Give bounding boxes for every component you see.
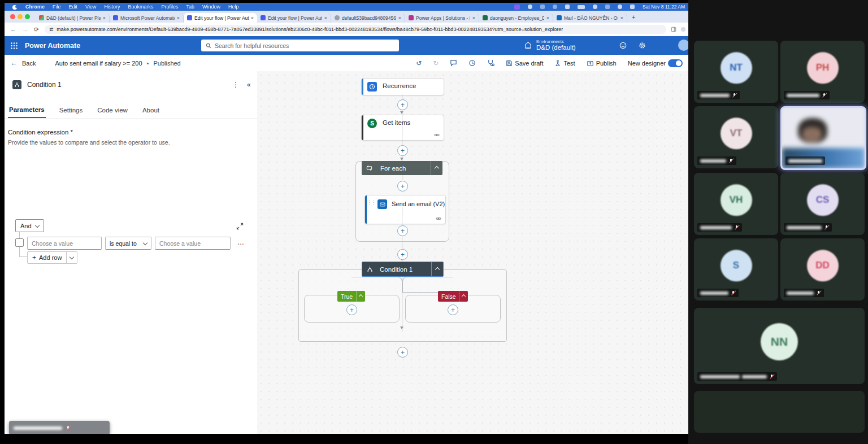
apple-icon[interactable] [12, 4, 18, 10]
input-source-icon[interactable] [514, 5, 520, 10]
insert-step-button[interactable]: + [397, 347, 408, 358]
browser-tab[interactable]: Power Apps | Solutions - P..× [405, 13, 479, 23]
battery-icon[interactable] [578, 5, 585, 9]
row-checkbox[interactable] [15, 238, 24, 247]
app-title[interactable]: Power Automate [25, 42, 80, 50]
participant-tile[interactable]: NT [694, 41, 778, 103]
account-avatar[interactable] [678, 40, 688, 51]
participant-tile[interactable]: CS [780, 173, 865, 235]
status-icon[interactable] [553, 5, 557, 9]
status-icon[interactable] [565, 5, 570, 9]
node-for-each[interactable]: For each [362, 161, 442, 175]
settings-gear-icon[interactable] [639, 42, 646, 49]
true-branch-label[interactable]: True [337, 291, 365, 302]
browser-tab[interactable]: Mail - ĐÀO NGUYÊN - Outlo× [553, 13, 627, 23]
search-icon[interactable] [618, 5, 622, 9]
minimize-window-button[interactable] [18, 14, 23, 19]
status-icon[interactable] [605, 5, 610, 9]
menu-chrome[interactable]: Chrome [25, 4, 45, 10]
redo-icon[interactable]: ↻ [433, 59, 439, 67]
insert-step-button[interactable]: + [346, 304, 357, 315]
row-more-icon[interactable]: … [237, 238, 245, 246]
insert-step-button[interactable]: + [397, 181, 408, 191]
participant-tile[interactable]: VH [694, 173, 778, 235]
browser-tab-active[interactable]: Edit your flow | Power Autom× [184, 13, 257, 23]
participant-tile[interactable]: DD [780, 238, 865, 301]
publish-button[interactable]: Publish [587, 60, 617, 67]
back-button[interactable]: Back [22, 60, 36, 67]
collapse-scope-icon[interactable] [431, 262, 443, 276]
browser-tab[interactable]: D&D (default) | Power Platfo× [36, 13, 110, 23]
node-condition[interactable]: Condition 1 [362, 262, 444, 277]
zoom-window-button[interactable] [25, 14, 30, 19]
collapse-branch-icon[interactable] [356, 291, 365, 302]
status-icon[interactable] [540, 5, 545, 9]
url-field[interactable]: make.powerautomate.com/environments/Defa… [45, 25, 666, 34]
right-value-input[interactable] [155, 237, 231, 250]
tab-close-icon[interactable]: × [324, 15, 327, 21]
profile-avatar[interactable] [681, 27, 685, 32]
environment-picker[interactable]: Environments D&D (default) [536, 39, 576, 51]
collapse-panel-icon[interactable]: « [247, 81, 251, 89]
tab-close-icon[interactable]: × [472, 15, 475, 21]
menubar-clock[interactable]: Sat Nov 8 11:22 AM [643, 4, 685, 10]
toggle-on[interactable] [668, 59, 683, 67]
tab-close-icon[interactable]: × [251, 15, 254, 21]
add-row-menu-icon[interactable] [66, 252, 77, 263]
node-recurrence[interactable]: Recurrence [361, 78, 444, 95]
tab-about[interactable]: About [141, 105, 160, 117]
tab-close-icon[interactable]: × [177, 15, 180, 21]
insert-step-button[interactable]: + [397, 99, 408, 110]
tab-settings[interactable]: Settings [58, 105, 84, 117]
menu-profiles[interactable]: Profiles [161, 4, 178, 10]
history-icon[interactable] [468, 59, 476, 67]
node-send-email[interactable]: ⋮⋮ Send an email (V2) [364, 195, 446, 224]
tab-close-icon[interactable]: × [398, 15, 401, 21]
participant-tile[interactable]: PH [780, 41, 865, 103]
forward-nav-icon[interactable]: → [22, 26, 28, 33]
bookmark-panel-icon[interactable] [671, 27, 676, 32]
tab-parameters[interactable]: Parameters [8, 104, 46, 118]
comment-icon[interactable] [450, 59, 457, 67]
operator-dropdown[interactable]: is equal to [105, 237, 151, 250]
search-box[interactable]: Search for helpful resources [201, 40, 399, 51]
insert-step-button[interactable]: + [397, 145, 408, 156]
tab-close-icon[interactable]: × [620, 15, 623, 21]
site-settings-icon[interactable] [49, 27, 54, 32]
menu-window[interactable]: Window [202, 4, 220, 10]
false-branch-label[interactable]: False [438, 291, 468, 302]
insert-step-button[interactable]: + [397, 225, 408, 236]
participant-video-tile-active[interactable] [780, 106, 866, 170]
menu-bookmarks[interactable]: Bookmarks [128, 4, 153, 10]
left-value-input[interactable] [27, 237, 102, 250]
add-row-button[interactable]: +Add row [27, 251, 77, 264]
group-operator-dropdown[interactable]: And [15, 219, 44, 232]
menu-edit[interactable]: Edit [69, 4, 78, 10]
reload-icon[interactable]: ⟳ [34, 26, 39, 33]
tab-code-view[interactable]: Code view [96, 105, 129, 117]
collapse-scope-icon[interactable] [431, 161, 442, 175]
participant-tile[interactable]: VT [694, 106, 778, 168]
collapse-branch-icon[interactable] [459, 291, 468, 302]
drag-handle-icon[interactable]: ⋮⋮ [367, 200, 375, 205]
expand-editor-icon[interactable] [236, 223, 244, 230]
participant-tile[interactable]: S [694, 238, 778, 301]
status-icon[interactable] [528, 5, 532, 9]
wifi-icon[interactable] [593, 5, 597, 9]
new-designer-toggle[interactable]: New designer [628, 59, 683, 67]
browser-tab[interactable]: Edit your flow | Power Autom× [257, 13, 331, 23]
flow-canvas[interactable]: Recurrence + S Get items + For each + ⋮⋮ [257, 71, 688, 434]
flow-checker-icon[interactable] [487, 59, 494, 67]
feedback-smiley-icon[interactable] [619, 42, 627, 49]
save-draft-button[interactable]: Save draft [506, 60, 543, 67]
participant-tile-large[interactable]: NN [694, 308, 865, 384]
browser-tab[interactable]: default539bacd94809456b× [331, 13, 405, 23]
browser-tab[interactable]: daonguyen - Employee_Da× [479, 13, 553, 23]
control-center-icon[interactable] [630, 5, 635, 9]
tab-close-icon[interactable]: × [546, 15, 549, 21]
new-tab-button[interactable]: + [632, 14, 635, 20]
participant-tile-partial[interactable] [694, 391, 865, 433]
menu-help[interactable]: Help [228, 4, 239, 10]
browser-tab[interactable]: Microsoft Power Automate |× [110, 13, 184, 23]
back-nav-icon[interactable]: ← [10, 26, 16, 33]
